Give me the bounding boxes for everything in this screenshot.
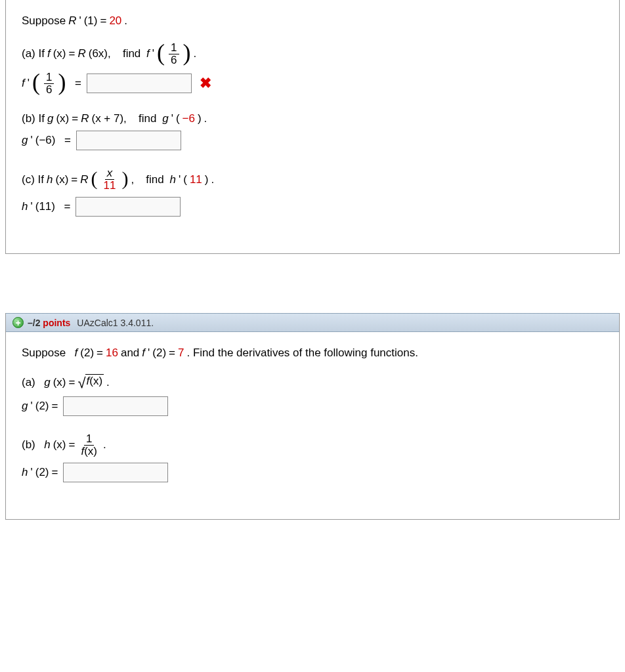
question-2-box: + –/2 points UAzCalc1 3.4.011. Suppose f…	[5, 313, 620, 520]
text: (2)	[80, 346, 94, 360]
text: =	[69, 438, 75, 452]
text: .	[124, 14, 127, 28]
text: 11	[190, 173, 202, 186]
answer-input-b[interactable]	[76, 131, 181, 150]
q1-part-b: (b) If g (x) = R (x + 7), find g ' ( −6 …	[22, 112, 603, 150]
question-source: UAzCalc1 3.4.011.	[77, 318, 154, 328]
denominator: f(x)	[79, 446, 99, 457]
text: R	[68, 14, 76, 28]
text: h	[22, 200, 28, 213]
part-label: (b) If	[22, 112, 45, 125]
text: (2)	[152, 346, 166, 360]
answer-input-a[interactable]	[87, 74, 192, 93]
q2-part-b: (b) h (x) = 1 f(x) . h ' (2) =	[22, 433, 603, 482]
text: '	[28, 77, 30, 90]
text: g	[22, 134, 28, 147]
text: (	[176, 112, 180, 125]
text: (x)	[53, 438, 66, 452]
text: (x)	[55, 173, 68, 186]
text: =	[97, 346, 103, 360]
text: h	[47, 173, 53, 186]
q1-given: Suppose R ' (1) = 20 .	[22, 14, 603, 28]
square-root: f(x)	[77, 374, 104, 391]
answer-input-c[interactable]	[75, 197, 181, 217]
text: '	[171, 112, 173, 125]
q2-given: Suppose f (2) = 16 and f ' (2) = 7 . Fin…	[22, 346, 603, 360]
q1-part-a: (a) If f (x) = R (6x), find f ' ( 1 6 ) …	[22, 42, 603, 95]
text: g	[47, 112, 53, 125]
answer-input-b[interactable]	[63, 463, 168, 482]
lparen: (	[32, 73, 40, 92]
text: h	[22, 466, 28, 479]
points-label: points	[40, 318, 70, 328]
given-value: 20	[109, 14, 121, 28]
text: (x + 7),	[91, 112, 126, 125]
q1-part-c: (c) If h (x) = R ( x 11 ) , find h ' ( 1…	[22, 167, 603, 217]
text: )	[198, 112, 202, 125]
text: '	[30, 400, 32, 413]
lparen: (	[157, 43, 165, 62]
text: =	[58, 200, 70, 213]
sqrt-body: f(x)	[85, 374, 104, 388]
text: .	[204, 112, 207, 125]
part-label: (b)	[22, 438, 41, 452]
text: ,	[131, 173, 134, 186]
text: g	[162, 112, 168, 125]
answer-input-a[interactable]	[63, 396, 168, 416]
text: Suppose	[22, 14, 66, 28]
text: (6x),	[89, 47, 111, 60]
question-1-box: Suppose R ' (1) = 20 . (a) If f (x) = R …	[5, 0, 620, 254]
lparen: (	[91, 171, 98, 186]
text: )	[205, 173, 209, 186]
numerator: x	[105, 167, 115, 180]
text: '	[30, 466, 32, 479]
text: .	[211, 173, 214, 186]
text: −6	[183, 112, 195, 125]
expand-icon[interactable]: +	[12, 317, 24, 328]
text: find	[137, 173, 167, 186]
text: and	[121, 346, 139, 360]
text: g	[44, 376, 50, 389]
text: 7	[178, 346, 184, 360]
text: 16	[106, 346, 118, 360]
text: '	[148, 346, 150, 360]
part-b-answer-row: g ' (−6) =	[22, 131, 603, 150]
text: =	[68, 77, 81, 90]
text: h	[169, 173, 175, 186]
part-b-prompt: (b) If g (x) = R (x + 7), find g ' ( −6 …	[22, 112, 603, 125]
denominator: 6	[169, 54, 179, 66]
text: f	[22, 77, 25, 90]
text: (2)	[35, 400, 49, 413]
text: .	[194, 47, 197, 60]
text: =	[71, 173, 77, 186]
fraction: 1 f(x)	[79, 433, 99, 457]
part-a-answer-row: g ' (2) =	[22, 396, 603, 416]
numerator: 1	[169, 42, 179, 54]
rparen: )	[121, 171, 128, 186]
text: '	[79, 14, 81, 28]
text: R	[81, 112, 89, 125]
text: '	[152, 47, 154, 60]
text: '	[30, 134, 32, 147]
part-c-prompt: (c) If h (x) = R ( x 11 ) , find h ' ( 1…	[22, 167, 603, 192]
text: .	[103, 438, 106, 452]
text: (11)	[35, 200, 55, 213]
text: (x)	[53, 47, 66, 60]
part-a-answer-row: f ' ( 1 6 ) = ✖	[22, 72, 603, 96]
question-2-content: Suppose f (2) = 16 and f ' (2) = 7 . Fin…	[6, 332, 619, 519]
text: (x)	[89, 375, 102, 387]
text: =	[52, 400, 58, 413]
sqrt-icon	[77, 374, 85, 391]
part-b-answer-row: h ' (2) =	[22, 463, 603, 482]
question-1-content: Suppose R ' (1) = 20 . (a) If f (x) = R …	[6, 0, 619, 253]
text: find	[114, 47, 144, 60]
text: (2)	[35, 466, 49, 479]
part-a-prompt: (a) If f (x) = R (6x), find f ' ( 1 6 ) …	[22, 42, 603, 66]
part-c-answer-row: h ' (11) =	[22, 197, 603, 217]
text: f	[47, 47, 51, 60]
fraction: 1 6	[169, 42, 179, 66]
text: =	[58, 134, 70, 147]
part-label: (a) If	[22, 47, 45, 60]
text: (x)	[56, 112, 69, 125]
numerator: 1	[84, 433, 94, 446]
